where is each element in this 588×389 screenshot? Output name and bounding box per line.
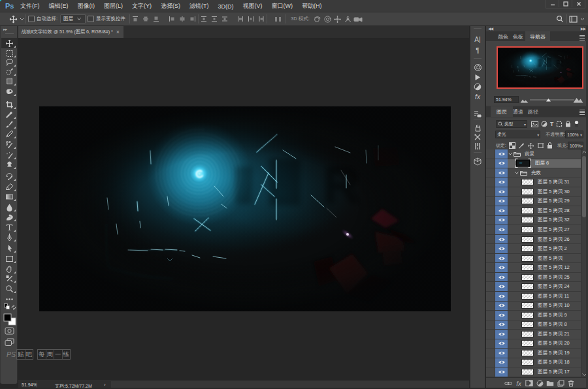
layer-thumbnail[interactable] bbox=[521, 283, 534, 290]
tab-swatches[interactable]: 色板 bbox=[510, 31, 527, 42]
filter-pixel-icon[interactable] bbox=[531, 121, 538, 127]
actions-panel-icon[interactable] bbox=[470, 72, 485, 82]
layer-name[interactable]: 图层 5 拷贝 9 bbox=[538, 312, 567, 319]
delete-layer-icon[interactable] bbox=[566, 380, 576, 387]
tool-blur[interactable] bbox=[1, 202, 18, 212]
visibility-eye-icon[interactable] bbox=[495, 339, 508, 349]
workspace-switcher[interactable] bbox=[569, 12, 585, 25]
layer-row-图层 5 拷贝 9[interactable]: 图层 5 拷贝 9 bbox=[486, 311, 581, 320]
navigator-zoom-field[interactable]: 51.94% bbox=[494, 96, 519, 103]
status-zoom[interactable]: 51.94% bbox=[22, 382, 37, 387]
close-button[interactable] bbox=[572, 0, 585, 7]
menu-item-1[interactable]: 编辑(E) bbox=[49, 2, 69, 10]
show-transform-checkbox[interactable] bbox=[88, 12, 94, 25]
layer-thumbnail[interactable] bbox=[521, 236, 534, 243]
visibility-eye-icon[interactable] bbox=[495, 358, 508, 367]
layer-name[interactable]: 图层 5 拷贝 12 bbox=[538, 264, 570, 271]
visibility-eye-icon[interactable] bbox=[495, 235, 508, 244]
visibility-eye-icon[interactable] bbox=[495, 159, 508, 168]
layer-row-图层 5 拷贝 32[interactable]: 图层 5 拷贝 32 bbox=[486, 216, 581, 226]
visibility-eye-icon[interactable] bbox=[495, 367, 508, 377]
styles-panel-icon[interactable]: fx bbox=[470, 92, 485, 101]
layer-name[interactable]: 图层 5 拷贝 18 bbox=[538, 359, 570, 366]
visibility-eye-icon[interactable] bbox=[495, 330, 508, 339]
swap-colors-icon[interactable] bbox=[11, 305, 16, 310]
zoom-slider[interactable] bbox=[529, 97, 575, 102]
navigator-thumbnail[interactable] bbox=[497, 46, 583, 89]
layer-row-图层 5 拷贝 17[interactable]: 图层 5 拷贝 17 bbox=[486, 367, 581, 377]
layer-style-icon[interactable]: fx bbox=[514, 380, 524, 387]
edit-toolbar-button[interactable] bbox=[1, 294, 18, 304]
menu-item-6[interactable]: 滤镜(T) bbox=[189, 2, 209, 10]
layer-row-图层 5 拷贝 28[interactable]: 图层 5 拷贝 28 bbox=[486, 206, 581, 216]
tool-smudge[interactable] bbox=[1, 212, 18, 222]
layer-row-图层 5 拷贝 20[interactable]: 图层 5 拷贝 20 bbox=[486, 339, 581, 349]
tool-lasso[interactable] bbox=[1, 57, 18, 67]
layer-thumbnail[interactable] bbox=[521, 302, 534, 309]
paragraph-styles-panel-icon[interactable] bbox=[470, 142, 485, 151]
filter-shape-icon[interactable] bbox=[556, 121, 563, 127]
opacity-dropdown[interactable]: 100%▾ bbox=[565, 131, 583, 138]
new-layer-icon[interactable] bbox=[555, 380, 566, 387]
tool-type[interactable] bbox=[1, 223, 18, 232]
tool-mixer-brush[interactable] bbox=[1, 150, 18, 160]
layer-row-图层 5 拷贝 18[interactable]: 图层 5 拷贝 18 bbox=[486, 358, 581, 368]
menu-item-4[interactable]: 文字(Y) bbox=[132, 2, 152, 10]
visibility-eye-icon[interactable] bbox=[495, 292, 508, 301]
layer-name[interactable]: 图层 5 拷贝 27 bbox=[538, 226, 570, 233]
layer-name[interactable]: 图层 5 拷贝 20 bbox=[538, 340, 570, 347]
checkbox-box[interactable] bbox=[88, 16, 94, 22]
visibility-eye-icon[interactable] bbox=[495, 216, 508, 225]
tool-path-selection[interactable] bbox=[1, 243, 18, 253]
tool-history-brush[interactable] bbox=[1, 172, 18, 181]
toolbar-grip[interactable] bbox=[5, 33, 14, 34]
screen-mode-button[interactable] bbox=[5, 338, 14, 347]
tool-move[interactable] bbox=[1, 38, 18, 48]
layer-name[interactable]: 图层 5 拷贝 bbox=[538, 255, 563, 262]
layer-row-图层 5 拷贝 19[interactable]: 图层 5 拷贝 19 bbox=[486, 349, 581, 358]
layer-row-图层 5 拷贝 21[interactable]: 图层 5 拷贝 21 bbox=[486, 330, 581, 339]
menu-item-10[interactable]: 帮助(H) bbox=[302, 2, 322, 10]
lock-transparency-icon[interactable] bbox=[509, 142, 515, 149]
layer-row-图层 5 拷贝 11[interactable]: 图层 5 拷贝 11 bbox=[486, 292, 581, 302]
layer-row-图层 5 拷贝[interactable]: 图层 5 拷贝 bbox=[486, 254, 581, 264]
menu-item-5[interactable]: 选择(S) bbox=[161, 2, 180, 10]
layer-name[interactable]: 前景 bbox=[525, 151, 534, 157]
brushes-panel-icon[interactable] bbox=[470, 123, 485, 132]
layer-name[interactable]: 图层 5 拷贝 28 bbox=[538, 208, 570, 214]
layer-row-图层 5 拷贝 25[interactable]: 图层 5 拷贝 25 bbox=[486, 273, 581, 283]
layer-name[interactable]: 图层 5 拷贝 25 bbox=[538, 274, 570, 281]
tool-clone-stamp[interactable] bbox=[1, 160, 18, 170]
panel-menu-icon[interactable] bbox=[580, 110, 585, 115]
tab-close-icon[interactable]: × bbox=[116, 29, 120, 35]
visibility-eye-icon[interactable] bbox=[495, 302, 508, 311]
layer-name[interactable]: 图层 5 拷贝 2 bbox=[538, 245, 567, 252]
tool-pencil[interactable] bbox=[1, 129, 18, 139]
quick-mask-button[interactable] bbox=[5, 327, 14, 335]
tool-zoom[interactable] bbox=[1, 284, 18, 294]
layer-name[interactable]: 图层 6 bbox=[535, 160, 549, 166]
canvas[interactable] bbox=[39, 106, 451, 311]
layer-thumbnail[interactable] bbox=[521, 340, 534, 347]
layer-name[interactable]: 图层 5 拷贝 31 bbox=[538, 179, 570, 185]
character-panel-icon[interactable]: A| bbox=[470, 35, 485, 44]
tool-eraser[interactable] bbox=[1, 182, 18, 192]
layer-name[interactable]: 图层 5 拷贝 11 bbox=[538, 293, 569, 300]
layer-thumbnail[interactable] bbox=[515, 159, 531, 168]
group-caret-icon[interactable] bbox=[515, 172, 519, 174]
panel-menu-icon[interactable] bbox=[580, 35, 585, 40]
menu-item-0[interactable]: 文件(F) bbox=[20, 2, 40, 10]
visibility-eye-icon[interactable] bbox=[495, 311, 508, 320]
layer-row-图层 5 拷贝 31[interactable]: 图层 5 拷贝 31 bbox=[486, 178, 581, 188]
tool-healing-brush[interactable] bbox=[1, 87, 18, 97]
layer-row-图层 5 拷贝 10[interactable]: 图层 5 拷贝 10 bbox=[486, 302, 581, 311]
layer-thumbnail[interactable] bbox=[521, 208, 534, 214]
layer-name[interactable]: 图层 5 拷贝 21 bbox=[538, 331, 570, 337]
3d-panel-icon[interactable] bbox=[470, 157, 485, 166]
layer-row-图层 5 拷贝 26[interactable]: 图层 5 拷贝 26 bbox=[486, 235, 581, 245]
layer-name[interactable]: 图层 5 拷贝 24 bbox=[538, 283, 570, 290]
visibility-eye-icon[interactable] bbox=[495, 197, 508, 206]
new-group-icon[interactable] bbox=[545, 381, 555, 386]
layer-thumbnail[interactable] bbox=[521, 359, 534, 366]
layer-name[interactable]: 图层 5 拷贝 19 bbox=[538, 350, 570, 356]
